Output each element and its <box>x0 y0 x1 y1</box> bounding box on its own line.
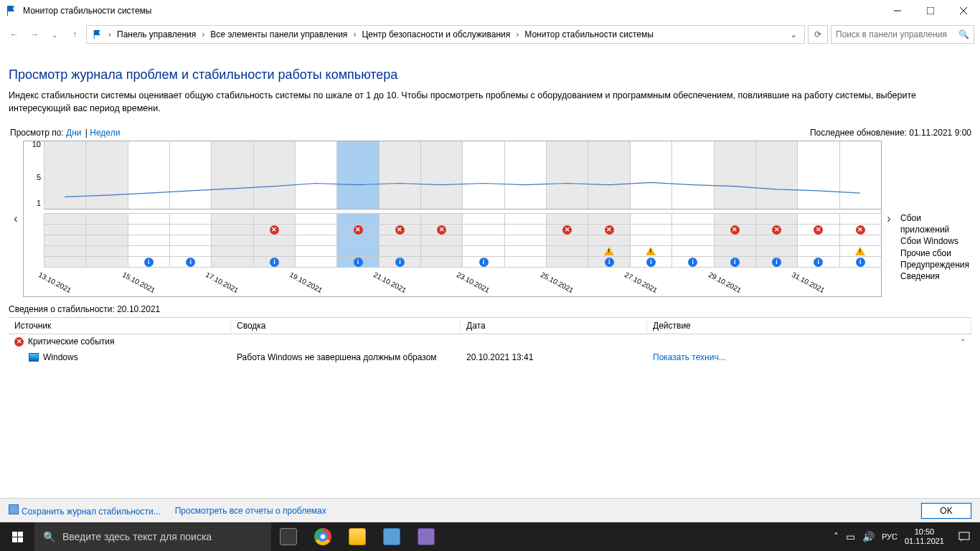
tray-battery-icon[interactable]: ▭ <box>846 531 855 542</box>
flag-icon <box>93 29 103 39</box>
svg-rect-1 <box>927 7 934 14</box>
err-icon: ✕ <box>562 225 572 235</box>
taskbar: 🔍 Введите здесь текст для поиска ˄ ▭ 🔊 Р… <box>0 522 980 551</box>
tray-clock[interactable]: 10:50 01.11.2021 <box>905 527 944 546</box>
taskbar-app-explorer[interactable] <box>340 522 374 551</box>
events-table: Источник Сводка Дата Действие ✕ Критичес… <box>9 317 971 366</box>
tray-chevron-up-icon[interactable]: ˄ <box>834 531 839 542</box>
warn-icon <box>604 247 614 255</box>
detail-header: Сведения о стабильности: 20.10.2021 <box>9 301 971 317</box>
refresh-button[interactable]: ⟳ <box>808 25 828 44</box>
copy-icon <box>9 504 19 514</box>
scroll-left-button[interactable]: ‹ <box>9 141 23 297</box>
taskbar-app-generic[interactable] <box>409 522 443 551</box>
col-date[interactable]: Дата <box>461 318 647 334</box>
info-icon: i <box>605 258 614 267</box>
view-days-link[interactable]: Дни <box>66 128 81 138</box>
err-icon: ✕ <box>437 225 446 235</box>
task-view-button[interactable] <box>271 522 306 551</box>
y-tick: 1 <box>37 199 41 207</box>
chevron-right-icon[interactable]: › <box>107 29 113 39</box>
tray-notifications-button[interactable] <box>951 522 977 551</box>
window-title: Монитор стабильности системы <box>23 6 152 16</box>
info-icon: i <box>646 258 656 267</box>
err-icon: ✕ <box>730 225 740 235</box>
y-tick: 5 <box>37 173 41 182</box>
info-icon: i <box>856 258 865 267</box>
view-weeks-link[interactable]: Недели <box>90 128 120 138</box>
info-icon: i <box>688 258 697 267</box>
footer-bar: Сохранить журнал стабильности... Просмот… <box>0 498 980 522</box>
maximize-button[interactable] <box>914 0 947 22</box>
nav-toolbar: ← → ⌄ ↑ › Панель управления › Все элемен… <box>0 22 980 47</box>
chevron-right-icon[interactable]: › <box>200 29 206 39</box>
search-box[interactable]: 🔍 <box>831 25 974 44</box>
col-action[interactable]: Действие <box>647 318 971 334</box>
flag-icon <box>6 5 17 17</box>
err-icon: ✕ <box>270 225 279 235</box>
warn-icon <box>646 247 656 255</box>
svg-rect-4 <box>959 532 969 540</box>
err-icon: ✕ <box>395 225 405 235</box>
info-icon: i <box>772 258 781 267</box>
legend-app-failures: Сбои приложений <box>900 212 971 235</box>
taskbar-search[interactable]: 🔍 Введите здесь текст для поиска <box>34 522 271 551</box>
breadcrumb[interactable]: Центр безопасности и обслуживания <box>359 28 513 41</box>
breadcrumb[interactable]: Панель управления <box>114 28 199 41</box>
legend-warnings: Предупреждения <box>900 259 971 270</box>
windows-icon <box>29 353 39 362</box>
col-summary[interactable]: Сводка <box>231 318 461 334</box>
address-dropdown-button[interactable]: ⌄ <box>786 29 801 39</box>
start-button[interactable] <box>0 522 34 551</box>
tray-language[interactable]: РУС <box>882 532 897 541</box>
info-icon: i <box>479 258 489 267</box>
y-tick: 10 <box>32 140 41 149</box>
view-by-label: Просмотр по: <box>10 128 64 138</box>
err-icon: ✕ <box>354 225 363 235</box>
page-title: Просмотр журнала проблем и стабильности … <box>9 67 971 83</box>
address-bar[interactable]: › Панель управления › Все элементы панел… <box>86 25 805 44</box>
minimize-button[interactable] <box>881 0 914 22</box>
view-all-reports-link[interactable]: Просмотреть все отчеты о проблемах <box>175 506 326 516</box>
legend-windows-failures: Сбои Windows <box>900 235 971 247</box>
recent-button[interactable]: ⌄ <box>46 26 63 43</box>
info-icon: i <box>186 258 195 267</box>
close-button[interactable] <box>947 0 980 22</box>
up-button[interactable]: ↑ <box>66 26 83 43</box>
back-button[interactable]: ← <box>6 26 23 43</box>
breadcrumb[interactable]: Все элементы панели управления <box>207 28 350 41</box>
forward-button[interactable]: → <box>26 26 43 43</box>
search-input[interactable] <box>836 29 958 39</box>
save-history-link[interactable]: Сохранить журнал стабильности... <box>9 504 161 517</box>
search-icon: 🔍 <box>958 29 969 39</box>
tray-volume-icon[interactable]: 🔊 <box>862 531 875 542</box>
chart-legend: Сбои приложений Сбои Windows Прочие сбои… <box>896 141 971 297</box>
err-icon: ✕ <box>772 225 781 235</box>
search-icon: 🔍 <box>43 531 55 542</box>
taskbar-app-control-panel[interactable] <box>374 522 409 551</box>
breadcrumb[interactable]: Монитор стабильности системы <box>522 28 656 41</box>
titlebar: Монитор стабильности системы <box>0 0 980 22</box>
scroll-right-button[interactable]: › <box>882 141 896 297</box>
error-icon: ✕ <box>14 337 24 347</box>
ok-button[interactable]: OK <box>921 503 971 519</box>
chevron-right-icon[interactable]: › <box>352 29 357 39</box>
collapse-icon[interactable]: ⌃ <box>960 338 966 346</box>
info-icon: i <box>354 258 363 267</box>
info-icon: i <box>730 258 740 267</box>
show-technical-link[interactable]: Показать технич... <box>647 351 971 364</box>
last-update-label: Последнее обновление: 01.11.2021 9:00 <box>810 128 971 138</box>
reliability-chart[interactable]: 10 5 1 ✕✕✕✕✕✕✕✕✕✕iiiiiiiiiiiii 13.10.202… <box>23 141 882 297</box>
info-icon: i <box>270 258 279 267</box>
err-icon: ✕ <box>814 225 823 235</box>
chevron-right-icon[interactable]: › <box>514 29 520 39</box>
info-icon: i <box>395 258 405 267</box>
taskbar-app-chrome[interactable] <box>306 522 340 551</box>
legend-info: Сведения <box>900 270 971 282</box>
warn-icon <box>855 247 865 255</box>
group-critical-events[interactable]: ✕ Критические события ⌃ <box>9 334 971 349</box>
page-description: Индекс стабильности системы оценивает об… <box>9 90 971 115</box>
info-icon: i <box>814 258 823 267</box>
table-row[interactable]: Windows Работа Windows не завершена долж… <box>9 349 971 366</box>
col-source[interactable]: Источник <box>9 318 231 334</box>
